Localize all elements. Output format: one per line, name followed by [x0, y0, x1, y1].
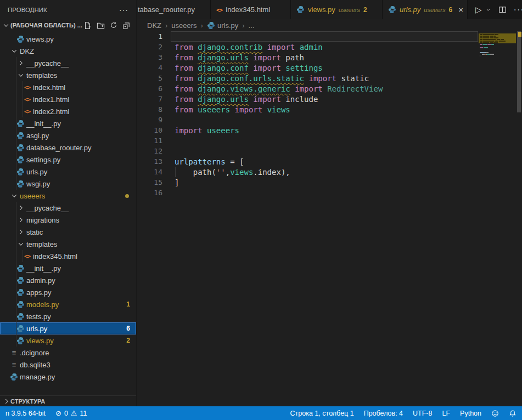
- tree-item[interactable]: __pycache__: [0, 202, 136, 214]
- code-line[interactable]: 7from django.urls import include: [137, 94, 522, 104]
- tab[interactable]: tabase_roouter.py: [137, 0, 211, 19]
- tree-item[interactable]: database_roouter.py: [0, 141, 136, 154]
- chevron-down-icon: [10, 47, 18, 55]
- tab[interactable]: <>index345.html: [211, 0, 291, 19]
- tab-label: tabase_roouter.py: [138, 5, 195, 14]
- feedback-icon[interactable]: [491, 410, 499, 417]
- language-mode-status[interactable]: Python: [460, 410, 481, 417]
- tree-item[interactable]: manage.py: [0, 371, 136, 383]
- breadcrumb-item[interactable]: urls.py: [207, 21, 238, 30]
- breadcrumb-item[interactable]: ...: [249, 21, 255, 30]
- problems-badge: 6: [126, 325, 130, 332]
- chevron-down-icon: [16, 71, 25, 79]
- tree-item-label: __pycache__: [26, 204, 69, 212]
- tree-item[interactable]: templates: [0, 238, 136, 250]
- tree-item[interactable]: __pycache__: [0, 57, 136, 69]
- python-file-icon: [16, 264, 25, 273]
- tree-item[interactable]: <>index1.html: [0, 93, 136, 105]
- tree-item-label: asgi.py: [26, 132, 49, 140]
- vertical-scrollbar[interactable]: [516, 31, 522, 406]
- tree-item[interactable]: asgi.py: [0, 129, 136, 141]
- python-interpreter-status[interactable]: n 3.9.5 64-bit: [5, 410, 46, 417]
- code-line[interactable]: 1: [137, 31, 522, 42]
- close-icon[interactable]: ×: [458, 5, 463, 14]
- modified-dot-badge: [125, 194, 129, 198]
- tree-item[interactable]: migrations: [0, 214, 136, 226]
- tree-item[interactable]: <>index.html: [0, 81, 136, 93]
- minimap[interactable]: [479, 31, 516, 406]
- python-file-icon: [388, 5, 396, 14]
- code-line[interactable]: 14 path('',views.index),: [137, 167, 522, 177]
- eol-status[interactable]: LF: [442, 410, 450, 417]
- tree-item[interactable]: templates: [0, 69, 136, 81]
- tree-item[interactable]: ≡.dcignore: [0, 347, 136, 359]
- tree-item-label: index345.html: [33, 252, 77, 260]
- collapse-all-icon[interactable]: [122, 21, 131, 30]
- code-line[interactable]: 16: [137, 188, 522, 198]
- code-line[interactable]: 5from django.conf.urls.static import sta…: [137, 73, 522, 83]
- warning-count: 11: [80, 410, 87, 417]
- tree-item-label: .dcignore: [20, 349, 49, 357]
- tree-item[interactable]: views.py2: [0, 334, 136, 347]
- refresh-icon[interactable]: [110, 21, 117, 29]
- status-bar: n 3.9.5 64-bit ⊘ 0 ⚠ 11 Строка 1, столбе…: [0, 406, 522, 420]
- split-editor-button[interactable]: [498, 5, 507, 14]
- tree-item[interactable]: <>index345.html: [0, 250, 136, 262]
- bell-icon[interactable]: [509, 410, 517, 417]
- explorer-more-actions-button[interactable]: ···: [119, 5, 128, 14]
- chevron-right-icon: [16, 216, 25, 224]
- breadcrumb-item[interactable]: DKZ: [147, 21, 161, 30]
- code-line[interactable]: 12: [137, 146, 522, 156]
- code-line[interactable]: 10import useeers: [137, 125, 522, 135]
- tree-item[interactable]: urls.py6: [0, 322, 136, 334]
- more-actions-button[interactable]: ···: [514, 5, 522, 15]
- tree-item[interactable]: apps.py: [0, 286, 136, 298]
- overview-warning-mark: [518, 32, 521, 37]
- tree-item[interactable]: <>index2.html: [0, 105, 136, 117]
- run-button[interactable]: ▷: [475, 5, 482, 14]
- tree-item[interactable]: urls.py: [0, 166, 136, 178]
- python-file-icon: [16, 313, 25, 321]
- tree-item[interactable]: __init__.py: [0, 117, 136, 129]
- line-number: 9: [137, 116, 162, 124]
- tab[interactable]: views.pyuseeers2: [291, 0, 383, 19]
- code-line[interactable]: 11: [137, 135, 522, 146]
- scrollbar-slider[interactable]: [517, 31, 521, 112]
- tree-item[interactable]: DKZ: [0, 45, 136, 57]
- tree-item[interactable]: admin.py: [0, 274, 136, 286]
- tree-item[interactable]: tests.py: [0, 310, 136, 322]
- code-line[interactable]: 8from useeers import views: [137, 104, 522, 115]
- breadcrumb-separator: ›: [242, 21, 244, 30]
- problems-status[interactable]: ⊘ 0 ⚠ 11: [55, 410, 87, 417]
- run-dropdown[interactable]: [485, 7, 491, 13]
- tree-item[interactable]: models.py1: [0, 298, 136, 310]
- tree-item[interactable]: settings.py: [0, 154, 136, 166]
- tree-item[interactable]: ≡db.sqlite3: [0, 359, 136, 371]
- cursor-position-status[interactable]: Строка 1, столбец 1: [290, 410, 354, 417]
- tree-item[interactable]: views.py: [0, 33, 136, 45]
- code-line[interactable]: 9: [137, 115, 522, 125]
- workspace-section-header[interactable]: (РАБОЧАЯ ОБЛАСТЬ) ...: [0, 19, 136, 31]
- tree-item[interactable]: useeers: [0, 190, 136, 202]
- breadcrumb-item[interactable]: useeers: [171, 21, 197, 30]
- outline-section-header[interactable]: СТРУКТУРА: [0, 395, 136, 406]
- code-line[interactable]: 6from django.views.generic import Redire…: [137, 83, 522, 94]
- new-folder-icon[interactable]: [97, 21, 105, 30]
- tree-item[interactable]: __init__.py: [0, 262, 136, 274]
- tree-item[interactable]: wsgi.py: [0, 178, 136, 190]
- code-line[interactable]: 3from django.urls import path: [137, 52, 522, 63]
- tab[interactable]: urls.pyuseeers6×: [383, 0, 468, 19]
- code-editor[interactable]: 1 2from django.contrib import admin 3fro…: [137, 31, 522, 406]
- line-number: 1: [137, 32, 162, 41]
- code-line[interactable]: 4from django.conf import settings: [137, 63, 522, 73]
- code-line[interactable]: 2from django.contrib import admin: [137, 42, 522, 52]
- problems-badge: 1: [126, 300, 130, 308]
- new-file-icon[interactable]: [83, 21, 92, 30]
- tree-item[interactable]: static: [0, 226, 136, 238]
- code-line[interactable]: 13urlpatterns = [: [137, 156, 522, 167]
- html-file-icon: <>: [23, 84, 31, 91]
- indentation-status[interactable]: Пробелов: 4: [364, 410, 403, 417]
- code-line[interactable]: 15]: [137, 177, 522, 188]
- encoding-status[interactable]: UTF-8: [413, 410, 432, 417]
- editor-actions: ▷ ···: [468, 0, 522, 19]
